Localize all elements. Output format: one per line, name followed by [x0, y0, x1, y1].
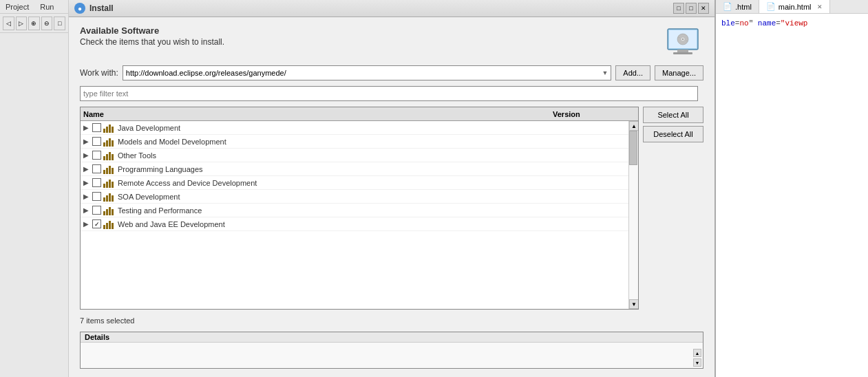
install-dialog: ● Install □ □ ✕ Available Software Ch	[69, 0, 716, 377]
expand-icon-remote-access[interactable]: ▶	[83, 179, 90, 186]
table-rows: ▶ Java Development	[81, 121, 638, 309]
url-field[interactable]: http://download.eclipse.org/releases/gan…	[123, 65, 612, 80]
dialog-body: Available Software Check the items that …	[69, 17, 714, 377]
checkbox-models-dev[interactable]	[92, 137, 101, 146]
tab-main-html-icon: 📄	[766, 2, 776, 11]
list-item[interactable]: ▶ ✓ Web and Java EE Develo	[81, 217, 628, 231]
list-item[interactable]: ▶ Models and Model Develo	[81, 135, 628, 149]
expand-icon-java-dev[interactable]: ▶	[83, 124, 90, 131]
checkbox-testing-perf[interactable]	[92, 206, 101, 215]
available-software-heading: Available Software	[80, 25, 224, 36]
software-table: Name Version ▶	[80, 107, 639, 310]
table-header: Name Version	[81, 107, 638, 121]
restore-button[interactable]: □	[686, 3, 697, 14]
tab-main-html-label: main.html	[779, 3, 812, 11]
list-item[interactable]: ▶ Programming Languages	[81, 162, 628, 176]
tab-main-html[interactable]: 📄 main.html ✕	[759, 0, 830, 13]
toolbar-btn-5[interactable]: □	[54, 17, 65, 30]
manage-button[interactable]: Manage...	[655, 65, 703, 80]
toolbar-btn-3[interactable]: ⊕	[28, 17, 40, 30]
details-section: Details ▲ ▼	[80, 332, 703, 369]
list-item[interactable]: ▶ SOA Development	[81, 190, 628, 204]
svg-rect-3	[673, 52, 692, 54]
checkbox-remote-access[interactable]	[92, 178, 101, 187]
item-label-prog-langs: Programming Languages	[118, 165, 626, 173]
details-scroll-down[interactable]: ▼	[693, 358, 701, 367]
rows-content: ▶ Java Development	[81, 121, 628, 309]
add-button[interactable]: Add...	[615, 65, 650, 80]
item-label-other-tools: Other Tools	[118, 151, 626, 160]
expand-icon-soa-dev[interactable]: ▶	[83, 193, 90, 200]
main-area: ● Install □ □ ✕ Available Software Ch	[69, 0, 868, 377]
pkg-icon-java-dev	[103, 123, 116, 133]
tab-html-icon: 📄	[723, 2, 732, 11]
toolbar-btn-2[interactable]: ▷	[16, 17, 28, 30]
available-software-subtitle: Check the items that you wish to install…	[80, 37, 224, 47]
checkbox-other-tools[interactable]	[92, 151, 101, 160]
scrollbar-track[interactable]	[629, 131, 638, 299]
dialog-title-icon: ●	[74, 3, 85, 14]
checkbox-prog-langs[interactable]	[92, 164, 101, 173]
toolbar-btn-1[interactable]: ◁	[3, 17, 14, 30]
svg-rect-2	[677, 50, 688, 52]
menu-run[interactable]: Run	[40, 3, 54, 11]
ide-toolbar: ◁ ▷ ⊕ ⊖ □	[0, 14, 68, 33]
dialog-title-controls: □ □ ✕	[673, 3, 709, 14]
dialog-titlebar: ● Install □ □ ✕	[69, 0, 714, 17]
toolbar-btn-4[interactable]: ⊖	[41, 17, 53, 30]
details-scroll-up[interactable]: ▲	[693, 349, 701, 357]
tab-html-label: .html	[735, 3, 752, 11]
item-label-testing-perf: Testing and Performance	[118, 206, 626, 215]
editor-tabs: 📄 .html 📄 main.html ✕	[716, 0, 868, 14]
monitor-icon	[662, 25, 703, 60]
items-selected-status: 7 items selected	[80, 315, 703, 326]
deselect-all-button[interactable]: Deselect All	[643, 126, 703, 142]
scrollbar-down-arrow[interactable]: ▼	[629, 299, 638, 309]
checkbox-java-dev[interactable]	[92, 123, 101, 132]
item-label-web-java-ee: Web and Java EE Development	[118, 220, 626, 228]
pkg-icon-soa-dev	[103, 192, 116, 202]
code-attr-val: no	[739, 19, 748, 28]
table-scrollbar[interactable]: ▲ ▼	[628, 121, 638, 309]
ide-left-panel: Project Run ◁ ▷ ⊕ ⊖ □	[0, 0, 69, 377]
tab-html[interactable]: 📄 .html	[716, 0, 759, 13]
expand-icon-web-java-ee[interactable]: ▶	[83, 220, 90, 228]
header-text: Available Software Check the items that …	[80, 25, 224, 47]
scrollbar-up-arrow[interactable]: ▲	[629, 121, 638, 131]
list-item[interactable]: ▶ Testing and Performance	[81, 204, 628, 217]
ide-menubar: Project Run	[0, 0, 68, 14]
filter-row	[80, 86, 703, 101]
url-dropdown-icon[interactable]: ▼	[602, 69, 608, 76]
svg-point-6	[682, 39, 684, 40]
code-name-kw: name	[758, 19, 776, 28]
list-item[interactable]: ▶ Java Development	[81, 121, 628, 135]
list-section: Name Version ▶	[80, 107, 703, 310]
close-button[interactable]: ✕	[698, 3, 709, 14]
item-label-java-dev: Java Development	[118, 124, 626, 132]
side-buttons: Select All Deselect All	[643, 107, 703, 310]
list-item[interactable]: ▶ Other Tools	[81, 149, 628, 162]
checkbox-web-java-ee[interactable]: ✓	[92, 219, 101, 228]
pkg-icon-models-dev	[103, 137, 116, 147]
tab-close-icon[interactable]: ✕	[817, 3, 823, 10]
details-scrollbar[interactable]: ▲ ▼	[693, 349, 701, 367]
menu-project[interactable]: Project	[6, 3, 29, 11]
filter-input[interactable]	[80, 86, 698, 101]
pkg-icon-testing-perf	[103, 206, 116, 215]
url-value: http://download.eclipse.org/releases/gan…	[126, 69, 286, 77]
checkbox-soa-dev[interactable]	[92, 192, 101, 201]
item-label-models-dev: Models and Model Development	[118, 138, 626, 146]
scrollbar-thumb[interactable]	[629, 131, 637, 165]
expand-icon-prog-langs[interactable]: ▶	[83, 165, 90, 173]
expand-icon-models-dev[interactable]: ▶	[83, 138, 90, 145]
content-row: ● Install □ □ ✕ Available Software Ch	[69, 0, 868, 377]
expand-icon-other-tools[interactable]: ▶	[83, 151, 90, 159]
details-title: Details	[81, 332, 703, 343]
expand-icon-testing-perf[interactable]: ▶	[83, 206, 90, 214]
column-version-header: Version	[553, 110, 635, 118]
work-with-label: Work with:	[80, 68, 118, 78]
select-all-button[interactable]: Select All	[643, 107, 703, 123]
minimize-button[interactable]: □	[673, 3, 684, 14]
list-item[interactable]: ▶ Remote Access and Devic	[81, 176, 628, 190]
code-keyword: ble	[721, 19, 735, 28]
